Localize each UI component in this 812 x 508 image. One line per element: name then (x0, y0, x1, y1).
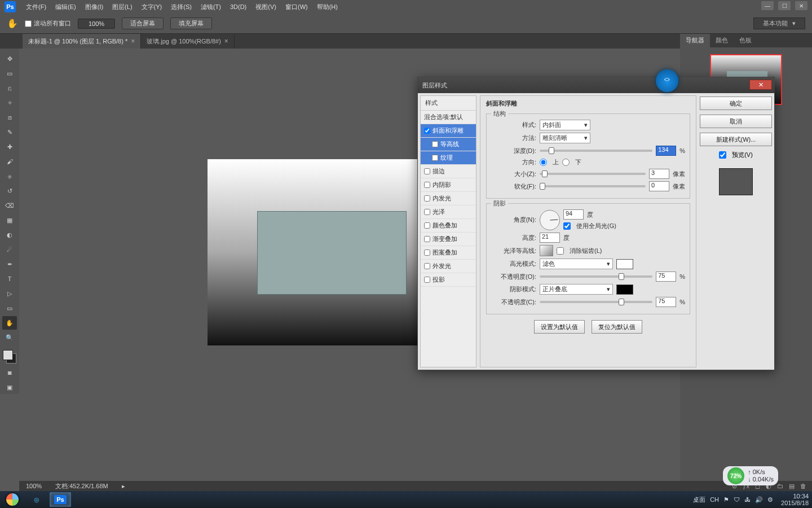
shadow-opacity-slider[interactable] (540, 301, 652, 303)
document-canvas[interactable] (208, 159, 450, 345)
antialias-checkbox[interactable]: 消除锯齿(L) (557, 247, 602, 255)
style-outer-glow[interactable]: 外发光 (421, 260, 476, 273)
menu-type[interactable]: 文字(Y) (137, 3, 167, 11)
network-speed-widget[interactable]: 72% ↑ 0K/s ↓ 0.04K/s (723, 466, 778, 485)
taskbar-photoshop[interactable]: Ps (50, 492, 71, 507)
style-drop-shadow[interactable]: 投影 (421, 273, 476, 287)
pen-tool[interactable]: ✒ (2, 257, 17, 271)
show-desktop-label[interactable]: 桌面 (693, 496, 705, 504)
fill-screen-button[interactable]: 填充屏幕 (170, 17, 212, 29)
magic-wand-tool[interactable]: ✧ (2, 96, 17, 110)
start-button[interactable] (0, 491, 25, 508)
window-minimize-button[interactable]: — (761, 1, 774, 10)
ime-indicator[interactable]: CH (710, 496, 719, 503)
menu-select[interactable]: 选择(S) (166, 3, 196, 11)
menu-layer[interactable]: 图层(L) (108, 3, 136, 11)
shape-tool[interactable]: ▭ (2, 301, 17, 315)
menu-image[interactable]: 图像(I) (81, 3, 108, 11)
crop-tool[interactable]: ⧈ (2, 111, 17, 124)
highlight-color-swatch[interactable] (616, 259, 633, 269)
soften-input[interactable]: 0 (649, 181, 669, 191)
screen-mode-tool[interactable]: ▣ (2, 380, 17, 394)
tray-icon[interactable]: ⚙ (767, 496, 773, 503)
style-stroke[interactable]: 描边 (421, 165, 476, 178)
eraser-tool[interactable]: ⌫ (2, 199, 17, 212)
style-contour[interactable]: 等高线 (421, 138, 476, 151)
marquee-tool[interactable]: ▭ (2, 67, 17, 80)
gloss-contour-swatch[interactable] (540, 245, 553, 256)
preview-checkbox[interactable]: 预览(V) (700, 151, 772, 159)
menu-3d[interactable]: 3D(D) (226, 3, 251, 10)
gradient-tool[interactable]: ▦ (2, 213, 17, 227)
bevel-style-select[interactable]: 内斜面▾ (540, 120, 590, 130)
bevel-technique-select[interactable]: 雕刻清晰▾ (540, 133, 590, 143)
dialog-title-bar[interactable]: 图层样式 ✕ (418, 77, 774, 93)
depth-slider[interactable] (540, 150, 652, 152)
layer-shape[interactable] (257, 211, 407, 295)
menu-help[interactable]: 帮助(H) (312, 3, 342, 11)
angle-input[interactable]: 94 (563, 209, 584, 220)
lasso-tool[interactable]: ⎌ (2, 81, 17, 95)
tray-icon[interactable]: 🔊 (755, 496, 763, 503)
depth-input[interactable]: 134 (656, 146, 676, 156)
panel-tab-navigator[interactable]: 导航器 (680, 34, 710, 47)
size-input[interactable]: 3 (649, 169, 669, 179)
type-tool[interactable]: T (2, 272, 17, 286)
style-gradient-overlay[interactable]: 渐变叠加 (421, 233, 476, 246)
style-inner-shadow[interactable]: 内阴影 (421, 178, 476, 192)
style-texture[interactable]: 纹理 (421, 151, 476, 165)
size-slider[interactable] (540, 173, 646, 175)
menu-edit[interactable]: 编辑(E) (51, 3, 81, 11)
soften-slider[interactable] (540, 185, 646, 187)
dodge-tool[interactable]: ☄ (2, 243, 17, 256)
scroll-all-windows-checkbox[interactable]: 滚动所有窗口 (25, 19, 71, 28)
panel-tab-swatches[interactable]: 色板 (734, 34, 757, 47)
menu-view[interactable]: 视图(V) (251, 3, 281, 11)
style-color-overlay[interactable]: 颜色叠加 (421, 219, 476, 233)
shadow-color-swatch[interactable] (616, 284, 633, 295)
folder-icon[interactable]: 🗀 (777, 483, 783, 489)
angle-dial[interactable] (540, 210, 560, 230)
fit-screen-button[interactable]: 适合屏幕 (122, 17, 164, 29)
zoom-tool[interactable]: 🔍 (2, 331, 17, 344)
quick-mask-tool[interactable]: ◙ (2, 366, 17, 379)
tray-icon[interactable]: 🖧 (744, 496, 751, 503)
menu-filter[interactable]: 滤镜(T) (196, 3, 226, 11)
zoom-level-field[interactable]: 100% (78, 19, 115, 29)
tray-icon[interactable]: 🛡 (734, 496, 740, 503)
new-style-button[interactable]: 新建样式(W)... (700, 133, 772, 146)
styles-header[interactable]: 样式 (421, 96, 476, 111)
document-tab-1[interactable]: 未标题-1 @ 100% (图层 1, RGB/8) *× (23, 34, 141, 49)
healing-brush-tool[interactable]: ✚ (2, 140, 17, 154)
highlight-mode-select[interactable]: 滤色▾ (540, 259, 613, 269)
panel-tab-color[interactable]: 颜色 (710, 34, 734, 47)
highlight-opacity-slider[interactable] (540, 275, 652, 278)
style-pattern-overlay[interactable]: 图案叠加 (421, 246, 476, 260)
ok-button[interactable]: 确定 (700, 97, 772, 110)
window-close-button[interactable]: ✕ (795, 1, 807, 10)
close-icon[interactable]: × (224, 37, 228, 45)
menu-window[interactable]: 窗口(W) (281, 3, 312, 11)
shadow-opacity-input[interactable]: 75 (656, 297, 676, 307)
new-layer-icon[interactable]: ▤ (789, 483, 795, 490)
dialog-close-button[interactable]: ✕ (749, 80, 772, 90)
highlight-opacity-input[interactable]: 75 (656, 271, 676, 282)
color-swatches[interactable] (2, 349, 17, 365)
direction-down-radio[interactable]: 下 (562, 158, 581, 167)
reset-default-button[interactable]: 复位为默认值 (592, 320, 642, 334)
global-light-checkbox[interactable]: 使用全局光(G) (563, 222, 616, 230)
style-inner-glow[interactable]: 内发光 (421, 192, 476, 205)
shadow-mode-select[interactable]: 正片叠底▾ (540, 284, 613, 295)
taskbar-app-1[interactable]: ◎ (26, 492, 47, 507)
foreground-color-swatch[interactable] (3, 350, 13, 360)
altitude-input[interactable]: 21 (540, 233, 560, 243)
brush-tool[interactable]: 🖌 (2, 155, 17, 168)
close-icon[interactable]: × (131, 37, 135, 45)
clone-stamp-tool[interactable]: ⍟ (2, 169, 17, 183)
trash-icon[interactable]: 🗑 (800, 483, 806, 489)
status-doc-info[interactable]: 文档:452.2K/1.68M (55, 482, 108, 491)
document-tab-2[interactable]: 玻璃.jpg @ 100%(RGB/8#)× (141, 34, 235, 49)
menu-file[interactable]: 文件(F) (21, 3, 51, 11)
blur-tool[interactable]: ◐ (2, 228, 17, 242)
blend-options-row[interactable]: 混合选项:默认 (421, 111, 476, 124)
